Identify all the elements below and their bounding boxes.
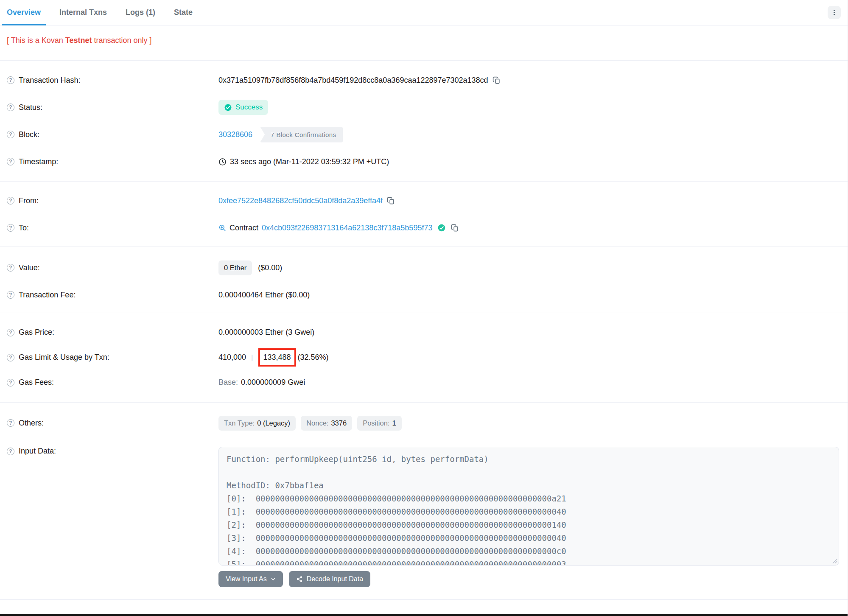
tab-state-label: State bbox=[174, 8, 193, 17]
tab-internal-txns-label: Internal Txns bbox=[59, 8, 107, 17]
transaction-hash-value: 0x371a51097fb78df856f8b4a7bd459f192d8cc8… bbox=[218, 76, 488, 85]
row-input-data: ? Input Data: Function: performUpkeep(ui… bbox=[0, 437, 848, 587]
help-icon[interactable]: ? bbox=[7, 329, 14, 336]
position-key: Position: bbox=[363, 419, 389, 427]
help-icon[interactable]: ? bbox=[7, 379, 14, 386]
value-usd: ($0.00) bbox=[258, 263, 282, 272]
card-footer bbox=[0, 599, 848, 614]
gas-used-percent: (32.56%) bbox=[298, 353, 329, 362]
help-icon[interactable]: ? bbox=[7, 264, 14, 272]
status-badge-label: Success bbox=[235, 103, 263, 112]
gas-limit-value: 410,000 bbox=[218, 353, 246, 362]
gas-used-value: 133,488 bbox=[263, 353, 291, 362]
row-block: ? Block: 30328606 7 Block Confirmations bbox=[0, 121, 848, 148]
tab-state[interactable]: State bbox=[169, 0, 198, 25]
gas-price-value: 0.000000003 Ether (3 Gwei) bbox=[218, 328, 314, 337]
help-icon[interactable]: ? bbox=[7, 448, 14, 455]
txn-type-key: Txn Type: bbox=[224, 419, 255, 427]
warning-bold: Testnet bbox=[65, 36, 92, 45]
section-from-to: ? From: 0xfee7522e8482682cf50ddc50a0f8da… bbox=[0, 181, 848, 246]
block-number-link[interactable]: 30328606 bbox=[218, 130, 252, 139]
help-icon[interactable]: ? bbox=[7, 76, 14, 84]
warning-suffix: transaction only ] bbox=[92, 36, 151, 45]
transaction-fee-value: 0.000400464 Ether ($0.00) bbox=[218, 291, 310, 300]
more-options-button[interactable] bbox=[828, 6, 841, 19]
resize-handle[interactable] bbox=[831, 558, 837, 564]
zoom-in-icon[interactable] bbox=[218, 224, 226, 232]
row-transaction-fee: ? Transaction Fee: 0.000400464 Ether ($0… bbox=[0, 281, 848, 308]
bottom-divider-bar bbox=[0, 614, 848, 616]
help-icon[interactable]: ? bbox=[7, 197, 14, 204]
row-gas-price: ? Gas Price: 0.000000003 Ether (3 Gwei) bbox=[0, 320, 848, 345]
value-label: Value: bbox=[19, 263, 40, 272]
row-status: ? Status: Success bbox=[0, 94, 848, 121]
row-value: ? Value: 0 Ether ($0.00) bbox=[0, 254, 848, 281]
transaction-fee-label: Transaction Fee: bbox=[19, 291, 76, 300]
transaction-details-card: Overview Internal Txns Logs (1) State [ … bbox=[0, 0, 848, 616]
copy-icon[interactable] bbox=[493, 76, 501, 84]
to-label: To: bbox=[19, 224, 29, 232]
to-address-link[interactable]: 0x4cb093f226983713164a62138c3f718a5b595f… bbox=[262, 224, 432, 232]
row-gas-fees: ? Gas Fees: Base: 0.000000009 Gwei bbox=[0, 370, 848, 395]
row-transaction-hash: ? Transaction Hash: 0x371a51097fb78df856… bbox=[0, 67, 848, 94]
section-others-input: ? Others: Txn Type: 0 (Legacy) Nonce: 33… bbox=[0, 402, 848, 599]
row-gas-limit-usage: ? Gas Limit & Usage by Txn: 410,000 | 13… bbox=[0, 345, 848, 370]
timestamp-label: Timestamp: bbox=[19, 157, 58, 166]
timestamp-value: 33 secs ago (Mar-11-2022 03:59:32 PM +UT… bbox=[230, 157, 389, 166]
nonce-value: 3376 bbox=[331, 419, 347, 427]
gas-limit-usage-label: Gas Limit & Usage by Txn: bbox=[19, 353, 109, 362]
view-input-as-button[interactable]: View Input As bbox=[218, 571, 283, 587]
status-label: Status: bbox=[19, 103, 42, 112]
chevron-down-icon bbox=[271, 577, 276, 582]
status-badge: Success bbox=[218, 100, 268, 115]
txn-type-value: 0 (Legacy) bbox=[257, 419, 290, 427]
txn-type-badge: Txn Type: 0 (Legacy) bbox=[218, 416, 296, 431]
separator: | bbox=[251, 353, 253, 362]
section-gas: ? Gas Price: 0.000000003 Ether (3 Gwei) … bbox=[0, 313, 848, 402]
row-to: ? To: Contract 0x4cb093f226983713164a621… bbox=[0, 214, 848, 241]
annotation-highlight-box: 133,488 bbox=[258, 348, 296, 367]
decode-input-data-button[interactable]: Decode Input Data bbox=[289, 571, 370, 587]
help-icon[interactable]: ? bbox=[7, 104, 14, 111]
input-data-text: Function: performUpkeep(uint256 id, byte… bbox=[227, 453, 831, 566]
tab-overview[interactable]: Overview bbox=[2, 0, 46, 25]
section-hash-status: ? Transaction Hash: 0x371a51097fb78df856… bbox=[0, 61, 848, 181]
to-kind: Contract bbox=[229, 224, 258, 232]
ether-value-badge: 0 Ether bbox=[218, 260, 252, 275]
from-address-link[interactable]: 0xfee7522e8482682cf50ddc50a0f8da2a39effa… bbox=[218, 196, 383, 205]
help-icon[interactable]: ? bbox=[7, 224, 14, 232]
kebab-icon bbox=[831, 9, 837, 16]
input-data-actions: View Input As Decode Input Data bbox=[218, 571, 841, 587]
verified-check-icon bbox=[437, 224, 446, 232]
clock-icon bbox=[218, 158, 227, 166]
gas-fees-label: Gas Fees: bbox=[19, 378, 54, 387]
from-label: From: bbox=[19, 196, 39, 205]
tab-logs-label: Logs (1) bbox=[126, 8, 155, 17]
copy-icon[interactable] bbox=[387, 197, 395, 205]
decode-icon bbox=[296, 576, 303, 582]
help-icon[interactable]: ? bbox=[7, 419, 14, 427]
tab-logs[interactable]: Logs (1) bbox=[120, 0, 160, 25]
nonce-key: Nonce: bbox=[306, 419, 328, 427]
gas-fees-base-value: 0.000000009 Gwei bbox=[241, 378, 305, 387]
copy-icon[interactable] bbox=[451, 224, 459, 232]
tabs: Overview Internal Txns Logs (1) State bbox=[2, 0, 206, 25]
view-input-as-label: View Input As bbox=[226, 575, 267, 583]
decode-label: Decode Input Data bbox=[307, 575, 363, 583]
testnet-warning: [ This is a Kovan Testnet transaction on… bbox=[0, 25, 848, 61]
nonce-badge: Nonce: 3376 bbox=[301, 416, 352, 431]
position-badge: Position: 1 bbox=[357, 416, 401, 431]
input-data-label: Input Data: bbox=[19, 447, 56, 456]
warning-prefix: [ This is a Kovan bbox=[7, 36, 65, 45]
others-label: Others: bbox=[19, 419, 44, 428]
help-icon[interactable]: ? bbox=[7, 131, 14, 138]
help-icon[interactable]: ? bbox=[7, 158, 14, 165]
input-data-textarea[interactable]: Function: performUpkeep(uint256 id, byte… bbox=[218, 447, 839, 566]
help-icon[interactable]: ? bbox=[7, 354, 14, 361]
row-others: ? Others: Txn Type: 0 (Legacy) Nonce: 33… bbox=[0, 409, 848, 437]
section-value-fee: ? Value: 0 Ether ($0.00) ? Transaction F… bbox=[0, 246, 848, 313]
tab-internal-txns[interactable]: Internal Txns bbox=[54, 0, 112, 25]
help-icon[interactable]: ? bbox=[7, 291, 14, 299]
gas-fees-base-label: Base: bbox=[218, 378, 238, 387]
tab-bar: Overview Internal Txns Logs (1) State bbox=[0, 0, 848, 25]
